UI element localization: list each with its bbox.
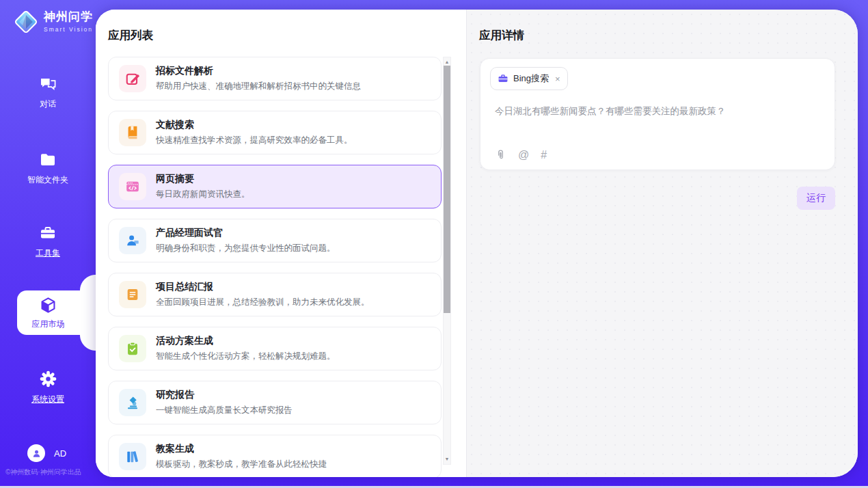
user-account[interactable]: AD <box>27 444 66 462</box>
hash-tag-icon[interactable]: # <box>541 150 547 161</box>
tool-tag-label: Bing搜索 <box>513 72 549 85</box>
app-card-title: 教案生成 <box>156 443 327 455</box>
brand-name: 神州问学 <box>44 11 93 24</box>
app-card-title: 研究报告 <box>156 389 293 401</box>
mention-at-icon[interactable]: @ <box>518 150 529 161</box>
main-panel: 应用列表 招标文件解析 帮助用户快速、准确地理解和解析招标书中的关键信息 文献搜… <box>96 10 858 477</box>
sidebar-item-app-market[interactable]: 应用市场 <box>17 290 96 335</box>
app-detail-panel: 应用详情 Bing搜索 × 今日湖北有哪些新闻要点？有哪些需要关注的最新政策？ … <box>467 10 858 477</box>
app-list-title: 应用列表 <box>96 10 466 43</box>
app-card-description: 帮助用户快速、准确地理解和解析招标书中的关键信息 <box>156 81 361 92</box>
sidebar-item-system-settings[interactable]: 系统设置 <box>0 370 96 405</box>
app-card-title: 网页摘要 <box>156 173 250 185</box>
sidebar-item-label: 应用市场 <box>32 318 65 330</box>
app-card-title: 活动方案生成 <box>156 335 336 347</box>
sidebar-item-label: 对话 <box>40 98 56 110</box>
browser-code-icon <box>119 173 146 200</box>
scrollbar-thumb[interactable] <box>444 66 450 313</box>
paperclip-icon[interactable] <box>495 149 506 161</box>
gem-logo-icon <box>14 10 38 34</box>
scrollbar-down-arrow-icon[interactable]: ▼ <box>444 456 450 463</box>
app-card[interactable]: 教案生成 模板驱动，教案秒成，教学准备从此轻松快捷 <box>108 435 442 477</box>
gear-icon <box>39 370 57 388</box>
sidebar-item-toolset[interactable]: 工具集 <box>0 224 96 259</box>
clipboard-check-icon <box>119 335 146 362</box>
toolbox-icon <box>39 224 57 242</box>
app-card-description: 每日政府新闻资讯快查。 <box>156 189 250 200</box>
app-card-description: 一键智能生成高质量长文本研究报告 <box>156 405 293 416</box>
app-card[interactable]: 文献搜索 快速精准查找学术资源，提高研究效率的必备工具。 <box>108 111 442 154</box>
app-card[interactable]: 招标文件解析 帮助用户快速、准确地理解和解析招标书中的关键信息 <box>108 57 442 100</box>
books-icon <box>119 443 146 470</box>
app-card[interactable]: 活动方案生成 智能生成个性化活动方案，轻松解决规划难题。 <box>108 327 442 370</box>
app-card-title: 项目总结汇报 <box>156 281 370 293</box>
query-text[interactable]: 今日湖北有哪些新闻要点？有哪些需要关注的最新政策？ <box>495 105 825 118</box>
memo-icon <box>119 281 146 308</box>
app-card-description: 全面回顾项目进展，总结经验教训，助力未来优化发展。 <box>156 297 370 308</box>
sidebar-item-label: 智能文件夹 <box>27 174 68 186</box>
app-card-title: 文献搜索 <box>156 119 353 131</box>
chat-icon <box>39 75 57 93</box>
app-card-title: 招标文件解析 <box>156 65 361 77</box>
app-card-description: 智能生成个性化活动方案，轻松解决规划难题。 <box>156 351 336 362</box>
brand-tagline: Smart Vision <box>44 26 93 33</box>
scrollbar-up-arrow-icon[interactable]: ▲ <box>444 59 450 66</box>
briefcase-icon <box>498 73 508 84</box>
doc-edit-icon <box>119 65 146 92</box>
app-list-panel: 应用列表 招标文件解析 帮助用户快速、准确地理解和解析招标书中的关键信息 文献搜… <box>96 10 467 477</box>
brand-logo: 神州问学 Smart Vision <box>14 10 93 34</box>
attachment-toolbar: @ # <box>495 149 547 161</box>
microscope-icon <box>119 389 146 416</box>
cube-icon <box>39 296 57 314</box>
person-icon <box>31 448 42 459</box>
app-card-description: 模板驱动，教案秒成，教学准备从此轻松快捷 <box>156 459 327 470</box>
app-card[interactable]: 网页摘要 每日政府新闻资讯快查。 <box>108 165 442 208</box>
app-list-scrollbar[interactable]: ▲ ▼ <box>443 57 451 465</box>
sidebar-item-label: 系统设置 <box>31 394 64 405</box>
folder-icon <box>39 151 57 169</box>
app-card-title: 产品经理面试官 <box>156 227 336 239</box>
query-card[interactable]: Bing搜索 × 今日湖北有哪些新闻要点？有哪些需要关注的最新政策？ @ # <box>480 58 835 170</box>
app-card[interactable]: 研究报告 一键智能生成高质量长文本研究报告 <box>108 381 442 424</box>
app-card[interactable]: 项目总结汇报 全面回顾项目进展，总结经验教训，助力未来优化发展。 <box>108 273 442 316</box>
app-card-description: 明确身份和职责，为您提供专业性的面试问题。 <box>156 243 336 254</box>
book-icon <box>119 119 146 146</box>
interviewer-icon <box>119 227 146 254</box>
sidebar: 神州问学 Smart Vision 对话 智能文件夹 工具集 应用市场 <box>0 0 96 488</box>
tag-close-icon[interactable]: × <box>555 74 560 84</box>
avatar <box>27 444 45 462</box>
sidebar-item-chat[interactable]: 对话 <box>0 75 96 110</box>
app-card-list: 招标文件解析 帮助用户快速、准确地理解和解析招标书中的关键信息 文献搜索 快速精… <box>108 57 442 477</box>
user-name: AD <box>54 448 66 459</box>
run-button[interactable]: 运行 <box>797 187 835 210</box>
sidebar-item-smart-folder[interactable]: 智能文件夹 <box>0 151 96 186</box>
pill-top-connector <box>79 274 96 290</box>
sidebar-item-label: 工具集 <box>36 247 60 259</box>
app-detail-title: 应用详情 <box>467 10 858 43</box>
app-card[interactable]: 产品经理面试官 明确身份和职责，为您提供专业性的面试问题。 <box>108 219 442 262</box>
app-card-description: 快速精准查找学术资源，提高研究效率的必备工具。 <box>156 135 353 146</box>
copyright-footer: ©神州数码·神州问学出品 <box>5 467 81 477</box>
pill-bottom-connector <box>79 335 96 351</box>
tool-tag-bing-search[interactable]: Bing搜索 × <box>490 67 568 90</box>
